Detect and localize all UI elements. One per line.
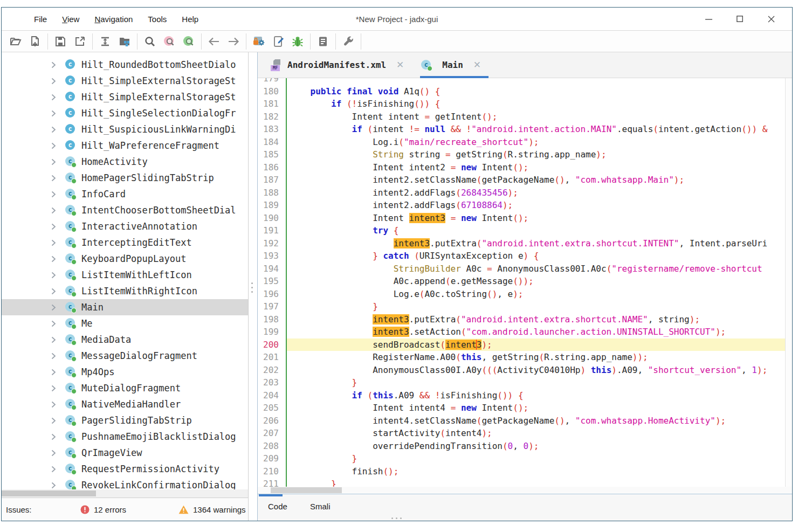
expand-chevron-icon[interactable] [51, 400, 59, 408]
sync-with-editor-button[interactable] [95, 33, 115, 50]
tree-item-revokelinkconfirmationdialog[interactable]: cRevokeLinkConfirmationDialog [2, 477, 248, 489]
code-editor[interactable]: 179180 public final void A1q() {181 if (… [258, 78, 792, 487]
tree-item-messagedialogfragment[interactable]: cMessageDialogFragment [2, 348, 248, 364]
expand-chevron-icon[interactable] [51, 223, 59, 230]
tree-scrollbar-thumb[interactable] [2, 490, 96, 496]
expand-chevron-icon[interactable] [51, 320, 59, 327]
open-file-button[interactable] [6, 33, 25, 50]
menu-item-file[interactable]: File [27, 12, 53, 26]
debugger-button[interactable] [288, 33, 307, 50]
code-line-186[interactable]: 186 Intent intent2 = new Intent(); [258, 161, 792, 174]
tree-horizontal-scrollbar[interactable] [2, 489, 248, 498]
code-line-205[interactable]: 205 Intent intent4 = new Intent(); [258, 402, 792, 414]
code-line-204[interactable]: 204 if (this.A09 && !isFinishing()) { [258, 389, 792, 402]
tree-item-pagerslidingtabstrip[interactable]: cPagerSlidingTabStrip [2, 412, 248, 429]
code-line-190[interactable]: 190 Intent intent3 = new Intent(); [258, 212, 792, 225]
code-line-208[interactable]: 208 overridePendingTransition(0, 0); [258, 440, 792, 453]
bottom-splitter-grip-icon[interactable] [391, 517, 402, 519]
code-line-182[interactable]: 182 Intent intent = getIntent(); [258, 110, 792, 123]
close-tab-icon[interactable]: ✕ [473, 59, 481, 71]
tree-item-hilt_wapreferencefragment[interactable]: cHilt_WaPreferenceFragment [2, 137, 248, 154]
code-line-201[interactable]: 201 RegisterName.A00(this, getString(R.s… [258, 351, 792, 364]
code-line-185[interactable]: 185 String string = getString(R.string.a… [258, 148, 792, 161]
expand-chevron-icon[interactable] [51, 142, 59, 149]
menu-item-help[interactable]: Help [175, 12, 205, 26]
code-line-196[interactable]: 196 Log.e(A0c.toString(), e); [258, 288, 792, 301]
export-button[interactable] [70, 33, 90, 50]
tree-item-homepagerslidingtabstrip[interactable]: cHomePagerSlidingTabStrip [2, 170, 248, 186]
tree-item-pushnameemojiblacklistdialog[interactable]: cPushnameEmojiBlacklistDialog [2, 429, 248, 445]
code-line-192[interactable]: 192 intent3.putExtra("android.intent.ext… [258, 237, 792, 250]
save-project-button[interactable] [51, 33, 70, 50]
tree-item-hilt_roundedbottomsheetdialo[interactable]: cHilt_RoundedBottomSheetDialo [2, 57, 248, 73]
expand-chevron-icon[interactable] [51, 287, 59, 295]
tree-item-interactiveannotation[interactable]: cInteractiveAnnotation [2, 218, 248, 234]
code-line-181[interactable]: 181 if (!isFinishing()) { [258, 98, 792, 110]
tree-item-hilt_suspiciouslinkwarningdi[interactable]: cHilt_SuspiciousLinkWarningDi [2, 121, 248, 137]
tree-item-nativemediahandler[interactable]: cNativeMediaHandler [2, 396, 248, 412]
close-button[interactable] [755, 8, 787, 30]
expand-chevron-icon[interactable] [51, 352, 59, 360]
device-button[interactable] [269, 33, 288, 50]
expand-chevron-icon[interactable] [51, 174, 59, 182]
editor-horizontal-scrollbar[interactable] [258, 487, 792, 494]
tree-item-mp4ops[interactable]: cMp4Ops [2, 364, 248, 380]
tree-item-homeactivity[interactable]: cHomeActivity [2, 154, 248, 170]
expand-chevron-icon[interactable] [51, 93, 59, 101]
code-line-194[interactable]: 194 StringBuilder A0c = AnonymousClass00… [258, 262, 792, 275]
forward-button[interactable] [224, 33, 243, 50]
tree-item-mediadata[interactable]: cMediaData [2, 331, 248, 348]
code-line-191[interactable]: 191 try { [258, 224, 792, 237]
log-viewer-button[interactable] [313, 33, 333, 50]
maximize-button[interactable] [724, 8, 755, 30]
code-line-183[interactable]: 183 if (intent != null && !"android.inte… [258, 123, 792, 136]
expand-chevron-icon[interactable] [51, 206, 59, 214]
expand-chevron-icon[interactable] [51, 303, 59, 311]
expand-chevron-icon[interactable] [51, 433, 59, 440]
expand-chevron-icon[interactable] [51, 336, 59, 343]
panel-splitter[interactable] [249, 52, 257, 521]
code-line-210[interactable]: 210 finish(); [258, 465, 792, 478]
tree-item-infocard[interactable]: cInfoCard [2, 186, 248, 202]
preferences-button[interactable] [339, 33, 358, 50]
expand-chevron-icon[interactable] [51, 384, 59, 392]
code-line-200[interactable]: 200 sendBroadcast(intent3); [258, 338, 792, 351]
expand-chevron-icon[interactable] [51, 417, 59, 424]
expand-chevron-icon[interactable] [51, 368, 59, 376]
code-line-206[interactable]: 206 intent4.setClassName(getPackageName(… [258, 414, 792, 427]
back-button[interactable] [204, 33, 224, 50]
class-search-button[interactable] [179, 33, 198, 50]
code-line-203[interactable]: 203 } [258, 376, 792, 389]
editor-scrollbar-thumb[interactable] [271, 487, 342, 493]
code-line-193[interactable]: 193 } catch (URISyntaxException e) { [258, 250, 792, 262]
close-tab-icon[interactable]: ✕ [396, 59, 404, 71]
code-line-188[interactable]: 188 intent2.addFlags(268435456); [258, 186, 792, 199]
expand-chevron-icon[interactable] [51, 465, 59, 473]
deobfuscation-button[interactable] [249, 33, 269, 50]
tree-item-mutedialogfragment[interactable]: cMuteDialogFragment [2, 380, 248, 396]
expand-chevron-icon[interactable] [51, 449, 59, 457]
code-line-207[interactable]: 207 startActivity(intent4); [258, 427, 792, 440]
expand-chevron-icon[interactable] [51, 239, 59, 246]
tree-item-listitemwithlefticon[interactable]: cListItemWithLeftIcon [2, 267, 248, 283]
comment-search-button[interactable] [160, 33, 179, 50]
code-line-187[interactable]: 187 intent2.setClassName(getPackageName(… [258, 174, 792, 186]
tree-item-hilt_simpleexternalstoragest[interactable]: cHilt_SimpleExternalStorageSt [2, 89, 248, 105]
expand-chevron-icon[interactable] [51, 190, 59, 198]
text-search-button[interactable] [140, 33, 160, 50]
editor-tab-main[interactable]: cMain✕ [416, 52, 493, 78]
tree-item-hilt_singleselectiondialogfr[interactable]: cHilt_SingleSelectionDialogFr [2, 105, 248, 121]
flat-packages-button[interactable] [115, 33, 134, 50]
tab-smali[interactable]: Smali [310, 502, 331, 511]
expand-chevron-icon[interactable] [51, 61, 59, 68]
code-line-180[interactable]: 180 public final void A1q() { [258, 85, 792, 98]
code-line-184[interactable]: 184 Log.i("main/recreate_shortcut"); [258, 136, 792, 149]
code-line-179[interactable]: 179 [258, 78, 792, 85]
minimize-button[interactable] [693, 8, 724, 30]
tree-item-main[interactable]: cMain [2, 299, 248, 315]
code-line-209[interactable]: 209 } [258, 452, 792, 465]
tree-item-listitemwithrighticon[interactable]: cListItemWithRightIcon [2, 283, 248, 299]
tree-item-keyboardpopuplayout[interactable]: cKeyboardPopupLayout [2, 251, 248, 267]
tab-code[interactable]: Code [268, 502, 287, 511]
code-line-202[interactable]: 202 AnonymousClass00I.A0y(((ActivityC040… [258, 364, 792, 377]
